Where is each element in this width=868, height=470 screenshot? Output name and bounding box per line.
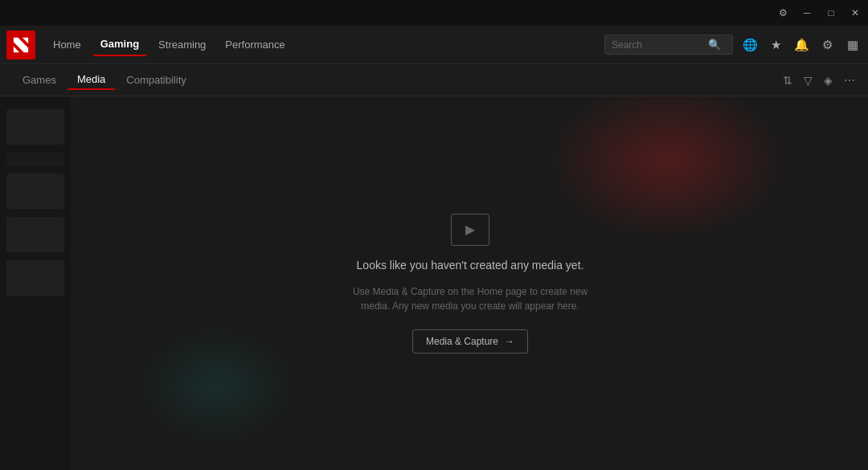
play-icon: ▶ — [465, 222, 475, 237]
sort-icon[interactable]: ⇅ — [783, 74, 792, 87]
more-icon[interactable]: ⋯ — [844, 74, 855, 87]
bell-icon[interactable]: 🔔 — [792, 36, 810, 54]
left-sidebar — [0, 96, 72, 470]
nav-streaming[interactable]: Streaming — [150, 34, 214, 55]
sub-nav: Games Media Compatibility ⇅ ▽ ◈ ⋯ — [0, 64, 868, 96]
thumbnail-item-3[interactable] — [6, 174, 64, 209]
nav-gaming[interactable]: Gaming — [92, 33, 147, 56]
nav-bar: Home Gaming Streaming Performance 🔍 🌐 ★ … — [0, 26, 868, 64]
minimize-button[interactable]: ─ — [800, 6, 813, 19]
media-capture-label: Media & Capture — [426, 336, 498, 347]
thumbnail-item-5[interactable] — [6, 260, 64, 296]
diamond-icon[interactable]: ◈ — [824, 74, 833, 87]
subnav-media[interactable]: Media — [68, 70, 115, 90]
sub-nav-right: ⇅ ▽ ◈ ⋯ — [783, 74, 855, 87]
nav-performance[interactable]: Performance — [217, 34, 293, 55]
empty-description: Use Media & Capture on the Home page to … — [350, 284, 591, 313]
maximize-button[interactable]: □ — [825, 6, 837, 19]
sub-nav-links: Games Media Compatibility — [13, 70, 783, 90]
main-content: ▶ Looks like you haven't created any med… — [0, 96, 868, 470]
search-icon: 🔍 — [708, 39, 721, 51]
thumbnail-item-1[interactable] — [6, 109, 64, 145]
title-bar-controls: ⚙ ─ □ ✕ — [776, 6, 862, 19]
media-capture-button[interactable]: Media & Capture → — [412, 329, 528, 354]
empty-state: ▶ Looks like you haven't created any med… — [350, 214, 591, 354]
amd-logo — [6, 31, 35, 59]
nav-links: Home Gaming Streaming Performance — [45, 33, 604, 56]
search-box[interactable]: 🔍 — [604, 35, 733, 55]
close-button[interactable]: ✕ — [849, 6, 862, 19]
thumbnail-item-4[interactable] — [6, 217, 64, 252]
empty-title: Looks like you haven't created any media… — [357, 259, 584, 272]
gear-icon[interactable]: ⚙ — [818, 36, 836, 54]
filter-icon[interactable]: ▽ — [804, 74, 813, 87]
layout-icon[interactable]: ▦ — [844, 36, 862, 54]
globe-icon[interactable]: 🌐 — [741, 36, 759, 54]
nav-right: 🔍 🌐 ★ 🔔 ⚙ ▦ — [604, 35, 862, 55]
subnav-games[interactable]: Games — [13, 71, 66, 89]
subnav-compatibility[interactable]: Compatibility — [117, 71, 195, 89]
amd-logo-svg — [12, 36, 30, 54]
bg-glow-teal — [137, 325, 297, 446]
title-bar: ⚙ ─ □ ✕ — [0, 0, 868, 26]
arrow-right-icon: → — [505, 336, 514, 347]
play-icon-box: ▶ — [451, 214, 489, 246]
thumbnail-item-2[interactable] — [6, 153, 64, 166]
star-icon[interactable]: ★ — [767, 36, 784, 54]
nav-home[interactable]: Home — [45, 34, 89, 55]
search-input[interactable] — [612, 39, 708, 51]
settings-window-icon[interactable]: ⚙ — [776, 6, 789, 19]
center-content: ▶ Looks like you haven't created any med… — [72, 96, 868, 470]
